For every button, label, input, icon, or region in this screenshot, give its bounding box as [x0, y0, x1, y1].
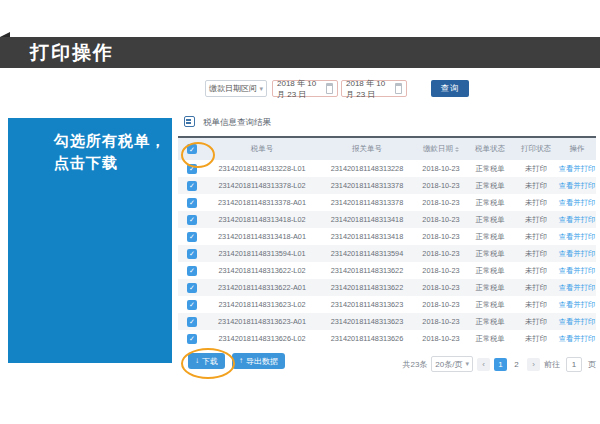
cell-decl_no: 231420181148313228: [318, 164, 416, 173]
cell-tax_no: 231420181148313378-A01: [206, 198, 318, 207]
goto-page-input[interactable]: 1: [566, 357, 582, 372]
cell-print_status: 未打印: [514, 198, 558, 208]
cell-status: 正常税单: [466, 232, 514, 242]
cell-print_status: 未打印: [514, 249, 558, 259]
check-icon: ✓: [189, 301, 195, 308]
cell-tax_no: 231420181148313622-A01: [206, 283, 318, 292]
row-checkbox[interactable]: ✓: [187, 215, 197, 225]
date-from-value: 2018 年 10 月 23 日: [277, 78, 326, 100]
view-print-link[interactable]: 查看并打印: [559, 334, 595, 344]
column-header-tax-no: 税单号: [206, 144, 318, 154]
cell-tax_no: 231420181148313594-L01: [206, 249, 318, 258]
calendar-icon: [395, 83, 402, 94]
column-header-actions: 操作: [558, 144, 596, 154]
row-checkbox[interactable]: ✓: [187, 334, 197, 344]
table-row: ✓231420181148313623-L0223142018114831362…: [178, 296, 596, 313]
row-checkbox[interactable]: ✓: [187, 232, 197, 242]
page-number-button[interactable]: 2: [510, 358, 523, 371]
cell-decl_no: 231420181148313378: [318, 198, 416, 207]
cell-print_status: 未打印: [514, 215, 558, 225]
check-icon: ✓: [189, 199, 195, 206]
table-header-row: ✓ 税单号 报关单号 缴款日期 税单状态 打印状态 操作: [178, 138, 596, 160]
cell-status: 正常税单: [466, 334, 514, 344]
cell-decl_no: 231420181148313418: [318, 232, 416, 241]
row-checkbox[interactable]: ✓: [187, 198, 197, 208]
view-print-link[interactable]: 查看并打印: [559, 164, 595, 174]
table-row: ✓231420181148313418-A0123142018114831341…: [178, 228, 596, 245]
cell-date: 2018-10-23: [416, 181, 466, 190]
cell-decl_no: 231420181148313626: [318, 334, 416, 343]
table-row: ✓231420181148313594-L0123142018114831359…: [178, 245, 596, 262]
row-checkbox[interactable]: ✓: [187, 181, 197, 191]
chevron-down-icon: ▾: [465, 360, 469, 368]
date-from-input[interactable]: 2018 年 10 月 23 日: [272, 80, 338, 97]
table-row: ✓231420181148313622-L0223142018114831362…: [178, 262, 596, 279]
cell-status: 正常税单: [466, 266, 514, 276]
document-icon: [184, 116, 195, 127]
section-title: 税单信息查询结果: [203, 117, 271, 129]
view-print-link[interactable]: 查看并打印: [559, 283, 595, 293]
row-checkbox[interactable]: ✓: [187, 249, 197, 259]
goto-label: 前往: [544, 359, 560, 370]
cell-date: 2018-10-23: [416, 232, 466, 241]
check-icon: ✓: [189, 216, 195, 223]
results-section: 税单信息查询结果 ✓ 税单号 报关单号 缴款日期 税单状态 打印状态 操作: [178, 112, 596, 347]
check-icon: ✓: [189, 250, 195, 257]
section-header: 税单信息查询结果: [178, 112, 596, 138]
table-row: ✓231420181148313228-L0123142018114831322…: [178, 160, 596, 177]
view-print-link[interactable]: 查看并打印: [559, 266, 595, 276]
cell-date: 2018-10-23: [416, 317, 466, 326]
date-to-input[interactable]: 2018 年 10 月 23 日: [341, 80, 407, 97]
table-row: ✓231420181148313378-A0123142018114831337…: [178, 194, 596, 211]
cell-date: 2018-10-23: [416, 334, 466, 343]
cell-print_status: 未打印: [514, 317, 558, 327]
column-header-pay-date[interactable]: 缴款日期: [416, 144, 466, 154]
cell-date: 2018-10-23: [416, 198, 466, 207]
cell-date: 2018-10-23: [416, 164, 466, 173]
table-row: ✓231420181148313623-A0123142018114831362…: [178, 313, 596, 330]
view-print-link[interactable]: 查看并打印: [559, 300, 595, 310]
export-icon: ↑: [239, 357, 243, 365]
check-icon: ✓: [189, 335, 195, 342]
row-checkbox[interactable]: ✓: [187, 283, 197, 293]
view-print-link[interactable]: 查看并打印: [559, 249, 595, 259]
row-checkbox[interactable]: ✓: [187, 266, 197, 276]
row-checkbox[interactable]: ✓: [187, 317, 197, 327]
page-size-select[interactable]: 20条/页 ▾: [431, 356, 473, 372]
date-range-type-select[interactable]: 缴款日期区间 ▾: [205, 80, 267, 97]
page-number-list: 12: [494, 358, 523, 371]
check-icon: ✓: [189, 182, 195, 189]
table-row: ✓231420181148313626-L0223142018114831362…: [178, 330, 596, 347]
export-data-button[interactable]: ↑ 导出数据: [232, 353, 285, 369]
cell-tax_no: 231420181148313623-L02: [206, 300, 318, 309]
query-button[interactable]: 查询: [431, 80, 469, 97]
cell-date: 2018-10-23: [416, 283, 466, 292]
cell-print_status: 未打印: [514, 283, 558, 293]
instruction-text: 勾选所有税单， 点击下载: [54, 130, 166, 174]
cell-decl_no: 231420181148313623: [318, 317, 416, 326]
cell-status: 正常税单: [466, 317, 514, 327]
view-print-link[interactable]: 查看并打印: [559, 317, 595, 327]
cell-print_status: 未打印: [514, 181, 558, 191]
sort-icon[interactable]: [455, 147, 459, 152]
row-checkbox[interactable]: ✓: [187, 300, 197, 310]
cell-status: 正常税单: [466, 300, 514, 310]
cell-print_status: 未打印: [514, 164, 558, 174]
cell-decl_no: 231420181148313378: [318, 181, 416, 190]
title-ribbon: 打印操作: [0, 37, 600, 68]
check-icon: ✓: [189, 284, 195, 291]
page-title: 打印操作: [30, 37, 114, 68]
check-icon: ✓: [189, 233, 195, 240]
view-print-link[interactable]: 查看并打印: [559, 198, 595, 208]
page-number-button[interactable]: 1: [494, 358, 507, 371]
cell-tax_no: 231420181148313228-L01: [206, 164, 318, 173]
next-page-button[interactable]: ›: [527, 358, 540, 371]
view-print-link[interactable]: 查看并打印: [559, 232, 595, 242]
cell-tax_no: 231420181148313378-L02: [206, 181, 318, 190]
prev-page-button[interactable]: ‹: [477, 358, 490, 371]
calendar-icon: [326, 83, 333, 94]
pagination: 共23条 20条/页 ▾ ‹ 12 › 前往 1 页: [402, 356, 596, 372]
view-print-link[interactable]: 查看并打印: [559, 181, 595, 191]
cell-print_status: 未打印: [514, 300, 558, 310]
view-print-link[interactable]: 查看并打印: [559, 215, 595, 225]
